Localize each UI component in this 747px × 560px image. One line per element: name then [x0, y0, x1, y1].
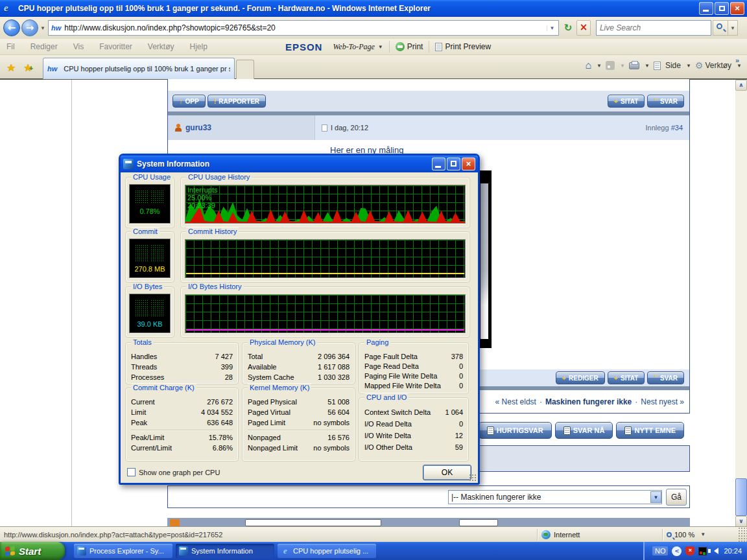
- svar-na-button[interactable]: SVAR NÅ: [555, 422, 613, 439]
- favorites-star-icon[interactable]: ★: [6, 62, 16, 74]
- post-number-link[interactable]: #34: [671, 124, 683, 132]
- rss-button[interactable]: ▼: [606, 61, 625, 70]
- rss-icon: [606, 61, 615, 70]
- commit-history-line: [186, 273, 464, 274]
- toolbar-overflow-button[interactable]: »: [735, 56, 739, 64]
- web-to-page-dropdown-icon[interactable]: ▼: [378, 44, 383, 50]
- menu-vis[interactable]: Vis: [73, 42, 84, 51]
- menu-rediger[interactable]: Rediger: [30, 42, 58, 51]
- ga-button[interactable]: Gå: [666, 489, 687, 506]
- dialog-maximize-button[interactable]: [447, 158, 460, 170]
- search-box[interactable]: [596, 20, 711, 36]
- nav-prev-link[interactable]: « Nest eldst: [495, 397, 536, 406]
- menu-favoritter[interactable]: Favoritter: [99, 42, 132, 51]
- url-text[interactable]: http://www.diskusjon.no/index.php?showto…: [64, 23, 547, 32]
- address-bar: ← → ▼ hw http://www.diskusjon.no/index.p…: [0, 17, 747, 39]
- minimize-button[interactable]: [699, 2, 713, 15]
- refresh-button[interactable]: ↻: [561, 21, 575, 35]
- process-explorer-tray-icon[interactable]: [698, 547, 707, 555]
- nav-topic-title: Maskinen fungerer ikke: [545, 397, 632, 406]
- print-preview-button[interactable]: Print Preview: [445, 42, 491, 51]
- io-bytes-value: 39.0 KB: [130, 320, 170, 328]
- stop-button[interactable]: ×: [576, 20, 591, 36]
- scroll-thumb[interactable]: [735, 478, 747, 516]
- cpu-history-graph[interactable]: Interrupts 25.00% 20:23:39: [185, 185, 466, 224]
- menu-verktoy[interactable]: Verktøy: [148, 42, 174, 51]
- language-indicator[interactable]: NO: [652, 546, 669, 555]
- history-dropdown-icon[interactable]: ▼: [40, 25, 45, 31]
- forward-button[interactable]: →: [21, 19, 38, 36]
- search-options-dropdown[interactable]: ▼: [728, 20, 738, 36]
- footer-banner: [167, 518, 690, 527]
- tab-active[interactable]: hw CPU hopper plutselig opp til 100% bru…: [43, 58, 235, 79]
- author-link[interactable]: guru33: [185, 123, 211, 132]
- printer-icon: [629, 62, 639, 69]
- search-button[interactable]: [713, 20, 728, 36]
- gear-icon: ⚙: [695, 61, 704, 70]
- stat-row: Paged Limitno symbols: [248, 417, 350, 428]
- hurtigsvar-button[interactable]: HURTIGSVAR: [479, 422, 552, 439]
- opp-button[interactable]: ↑OPP: [172, 95, 206, 108]
- commit-history-graph[interactable]: [185, 239, 466, 278]
- web-to-page-button[interactable]: Web-To-Page: [333, 42, 374, 52]
- taskbar-button-ie[interactable]: e CPU hopper plutselig ...: [278, 544, 376, 558]
- window-resize-grip[interactable]: [738, 527, 747, 542]
- security-zone: Internett: [541, 530, 658, 539]
- print-button[interactable]: Print: [407, 42, 423, 51]
- ok-button[interactable]: OK: [423, 465, 471, 480]
- start-button[interactable]: Start: [0, 542, 65, 560]
- vertical-scrollbar[interactable]: ∧ ∨: [735, 80, 747, 527]
- restore-button[interactable]: [715, 2, 729, 15]
- scroll-up-button[interactable]: ∧: [735, 80, 747, 91]
- io-history-graph[interactable]: [185, 294, 466, 333]
- menu-fil[interactable]: Fil: [6, 42, 15, 51]
- topic-jump-box: |-- Maskinen fungerer ikke ▼ Gå: [167, 485, 690, 508]
- security-alert-icon[interactable]: ×: [685, 546, 694, 555]
- totals-group: Totals Handles7 427Threads399Processes28: [125, 342, 239, 384]
- scroll-down-button[interactable]: ∨: [735, 516, 747, 527]
- svar-button-bottom[interactable]: ”SVAR: [647, 371, 684, 384]
- user-icon: [174, 124, 182, 132]
- svar-button-top[interactable]: ”SVAR: [647, 95, 684, 108]
- sitat-button-top[interactable]: +SITAT: [608, 95, 645, 108]
- nytt-emne-button[interactable]: NYTT EMNE: [616, 422, 684, 439]
- rediger-button[interactable]: +REDIGER: [556, 371, 605, 384]
- address-dropdown-icon[interactable]: ▼: [547, 25, 557, 31]
- stat-row: System Cache1 030 328: [248, 372, 350, 382]
- status-bar: http://www.diskusjon.no/index.php?act=at…: [0, 526, 747, 542]
- print-toolbar-button[interactable]: ▼: [629, 62, 650, 69]
- dialog-close-button[interactable]: ×: [462, 158, 475, 170]
- zoom-dropdown-icon[interactable]: ▼: [700, 531, 706, 537]
- taskbar-button-system-information[interactable]: System Information: [176, 544, 274, 558]
- rapporter-button[interactable]: !RAPPORTER: [208, 95, 266, 108]
- select-dropdown-icon[interactable]: ▼: [650, 491, 661, 503]
- dialog-minimize-button[interactable]: [432, 158, 445, 170]
- menu-hjelp[interactable]: Hjelp: [190, 42, 208, 51]
- gauge-hatch: [135, 299, 165, 318]
- taskbar-button-process-explorer[interactable]: Process Explorer - Sy...: [74, 544, 172, 558]
- new-tab-stub[interactable]: [236, 60, 254, 79]
- nav-next-link[interactable]: Nest nyest »: [641, 397, 684, 406]
- dialog-resize-grip[interactable]: [469, 474, 477, 482]
- add-favorite-icon[interactable]: ★+: [23, 62, 32, 74]
- hw-favicon: hw: [51, 25, 61, 32]
- graph-tooltip: Interrupts 25.00% 20:23:39: [187, 186, 217, 209]
- close-button[interactable]: ×: [730, 2, 744, 15]
- stat-row: Limit4 034 552: [131, 407, 233, 417]
- search-input[interactable]: [597, 23, 711, 32]
- page-menu-button[interactable]: Side▼: [654, 61, 691, 70]
- volume-icon[interactable]: [711, 548, 718, 554]
- dialog-titlebar[interactable]: System Information ×: [121, 156, 478, 172]
- one-graph-per-cpu-option[interactable]: Show one graph per CPU: [127, 468, 220, 476]
- stat-row: Threads399: [131, 362, 233, 372]
- paper-icon: [487, 426, 494, 435]
- zoom-control[interactable]: 100 % ▼: [667, 531, 738, 539]
- address-field[interactable]: hw http://www.diskusjon.no/index.php?sho…: [48, 20, 559, 36]
- topic-jump-select[interactable]: |-- Maskinen fungerer ikke ▼: [448, 490, 662, 504]
- sitat-button-bottom[interactable]: +SITAT: [608, 371, 645, 384]
- back-button[interactable]: ←: [3, 19, 20, 36]
- post-date: I dag, 20:12: [331, 124, 368, 132]
- hide-icons-button[interactable]: <: [672, 546, 682, 556]
- home-button[interactable]: ⌂▼: [585, 61, 602, 70]
- checkbox[interactable]: [127, 468, 136, 476]
